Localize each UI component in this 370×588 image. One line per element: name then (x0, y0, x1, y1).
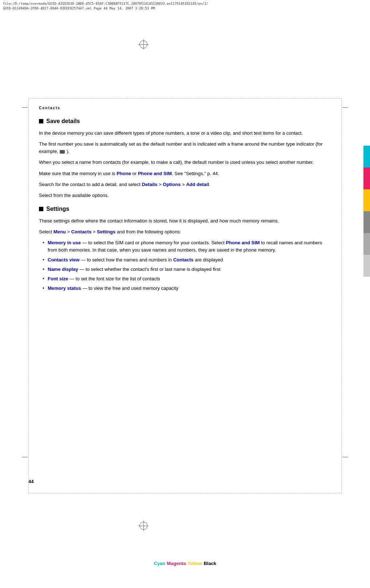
settings-select: Select Menu > Contacts > Settings and fr… (39, 228, 331, 236)
tick-left-bottom (22, 457, 28, 457)
bottom-color-strip: Cyan Magenta Yellow Black (0, 561, 370, 566)
color-label-cyan: Cyan (154, 561, 165, 566)
bullet-font-size: Font size — to set the font size for the… (43, 275, 331, 283)
tick-right-bottom (342, 457, 348, 457)
save-details-para1: In the device memory you can save differ… (39, 130, 331, 137)
save-para4-link2: Phone and SIM (138, 171, 172, 176)
settings-select-end: and from the following options: (115, 229, 181, 234)
color-tab-magenta (363, 167, 370, 189)
filepath-line1: file:/D:/temp/overmode/GUID-431D2638-1BD… (3, 1, 367, 6)
section-label: Contacts (39, 106, 331, 110)
color-tab-gray1 (363, 211, 370, 233)
color-label-yellow: Yellow (188, 561, 202, 566)
bullet-memory-in-use-link: Phone and SIM (226, 240, 260, 245)
settings-select-arrow1: > (66, 229, 71, 234)
settings-select-pre: Select (39, 229, 54, 234)
save-para4-mid: or (131, 171, 138, 176)
save-details-para6: Select from the available options. (39, 192, 331, 199)
color-tab-gray2 (363, 233, 370, 255)
save-para4-link1: Phone (117, 171, 131, 176)
bullet-name-display-label: Name display (48, 267, 78, 272)
settings-select-arrow2: > (91, 229, 97, 234)
bullet-name-display-text: — to select whether the contact's first … (79, 267, 220, 272)
save-para5-arrow1: > (157, 182, 163, 187)
save-details-para4: Make sure that the memory in use is Phon… (39, 170, 331, 177)
save-para2-text: The first number you save is automatical… (39, 141, 323, 154)
color-tab-yellow (363, 189, 370, 211)
color-tabs (363, 146, 370, 277)
crosshair-bottom-circle (139, 522, 147, 530)
save-para5-link2: Options (163, 182, 181, 187)
save-details-heading: Save details (39, 118, 331, 125)
save-details-para3: When you select a name from contacts (fo… (39, 159, 331, 166)
color-label-black: Black (204, 561, 216, 566)
save-para5-pre: Search for the contact to add a detail, … (39, 182, 142, 187)
bullet-name-display: Name display — to select whether the con… (43, 266, 331, 273)
bullet-contacts-view-link: Contacts (173, 257, 194, 263)
content-area: Contacts Save details In the device memo… (39, 106, 331, 292)
save-para4-end: . See "Settings," p. 44. (172, 171, 219, 176)
bullet-contacts-view-label: Contacts view (48, 257, 79, 263)
settings-intro: These settings define where the contact … (39, 217, 331, 225)
settings-section: Settings These settings define where the… (39, 206, 331, 292)
save-para5-link1: Details (142, 182, 158, 187)
crosshair-top (138, 39, 149, 50)
color-label-magenta: Magenta (167, 561, 186, 566)
save-para5-link3: Add detail (186, 182, 209, 187)
bullet-contacts-view-text2: are displayed (195, 257, 223, 263)
save-details-para2: The first number you save is automatical… (39, 141, 331, 155)
settings-select-link3: Settings (97, 229, 115, 234)
bullet-contacts-view-text1: — to select how the names and numbers in (81, 257, 173, 263)
main-content: Contacts Save details In the device memo… (28, 98, 342, 493)
bullet-memory-in-use-label: Memory in use (48, 240, 81, 245)
save-details-section: Save details In the device memory you ca… (39, 118, 331, 199)
bullet-memory-in-use: Memory in use — to select the SIM card o… (43, 239, 331, 254)
save-details-para5: Search for the contact to add a detail, … (39, 181, 331, 188)
bullet-memory-status: Memory status — to view the free and use… (43, 285, 331, 292)
color-tab-gray3 (363, 255, 370, 277)
bullet-font-size-text: — to set the font size for the list of c… (70, 276, 160, 281)
page-number: 44 (28, 479, 34, 484)
settings-bullet-list: Memory in use — to select the SIM card o… (43, 239, 331, 292)
save-para2-end: ). (67, 149, 70, 154)
settings-title: Settings (46, 206, 69, 212)
save-para4-pre: Make sure that the memory in use is (39, 171, 117, 176)
tick-left-top (22, 107, 28, 108)
crosshair-bottom (138, 521, 149, 531)
bullet-font-size-label: Font size (48, 276, 68, 281)
save-para5-end: . (209, 182, 210, 187)
settings-select-link2: Contacts (71, 229, 92, 234)
bullet-contacts-view: Contacts view — to select how the names … (43, 256, 331, 264)
settings-heading: Settings (39, 206, 331, 212)
heading-square-settings (39, 207, 43, 211)
heading-square-save (39, 119, 43, 123)
color-tab-cyan (363, 146, 370, 167)
filepath-bar: file:/D:/temp/overmode/GUID-431D2638-1BD… (0, 0, 370, 11)
filepath-line2: GUID-0114949A-2FD0-4027-894A-63EEE925744… (3, 6, 367, 11)
crosshair-top-circle (139, 40, 147, 48)
settings-select-link1: Menu (54, 229, 66, 234)
bullet-memory-status-text: — to view the free and used memory capac… (82, 285, 178, 291)
save-para5-arrow2: > (181, 182, 186, 187)
save-details-title: Save details (46, 118, 80, 125)
bullet-memory-in-use-text1: — to select the SIM card or phone memory… (82, 240, 226, 245)
phone-icon (60, 150, 65, 154)
page-wrapper: file:/D:/temp/overmode/GUID-431D2638-1BD… (0, 0, 370, 588)
tick-right-top (342, 107, 348, 108)
bullet-memory-status-label: Memory status (48, 285, 81, 291)
